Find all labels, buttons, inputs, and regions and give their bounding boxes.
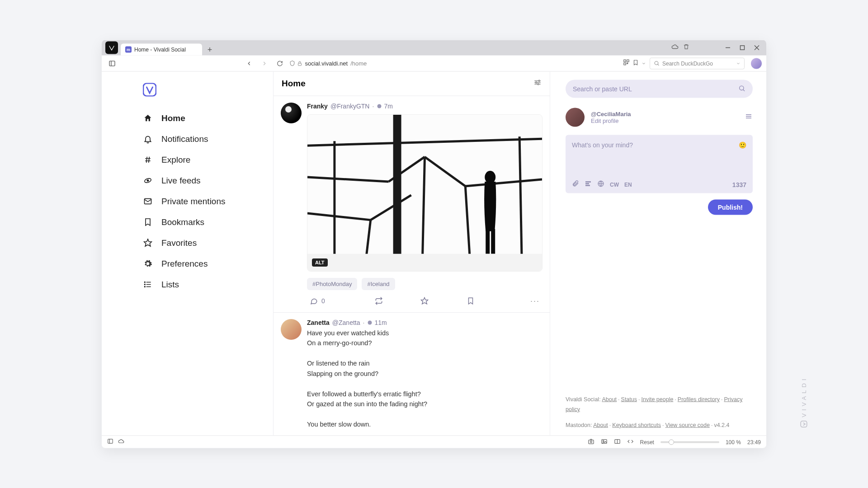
- sync-icon[interactable]: [671, 43, 679, 52]
- publish-button[interactable]: Publish!: [708, 200, 753, 215]
- compose-box[interactable]: What's on your mind? 🙂 CW EN 1337: [566, 135, 753, 193]
- footer-link[interactable]: Keyboard shortcuts: [612, 422, 661, 428]
- star-icon: [142, 239, 153, 248]
- nav-lists[interactable]: Lists: [142, 275, 273, 294]
- browser-profile-avatar[interactable]: [751, 58, 762, 69]
- svg-rect-4: [109, 61, 115, 66]
- vivaldi-menu-button[interactable]: [105, 42, 118, 54]
- capture-icon[interactable]: [588, 438, 594, 446]
- post-displayname[interactable]: Zanetta: [307, 319, 330, 326]
- more-button[interactable]: ···: [494, 296, 540, 305]
- nav-explore[interactable]: Explore: [142, 150, 273, 169]
- code-icon[interactable]: [627, 438, 634, 446]
- footer-link[interactable]: View source code: [665, 422, 710, 428]
- poll-icon[interactable]: [585, 180, 592, 189]
- panel-toggle-icon[interactable]: [106, 57, 118, 69]
- qr-icon[interactable]: [623, 59, 630, 68]
- post-time: 11m: [367, 319, 387, 326]
- user-avatar[interactable]: [566, 108, 585, 127]
- url-field[interactable]: social.vivaldi.net/home: [289, 60, 561, 67]
- boost-button[interactable]: [356, 297, 402, 305]
- nav-private-mentions[interactable]: Private mentions: [142, 192, 273, 211]
- svg-point-55: [740, 86, 744, 90]
- visibility-icon[interactable]: [597, 180, 604, 189]
- footer-link[interactable]: Invite people: [641, 396, 673, 403]
- footer-link[interactable]: About: [602, 396, 617, 403]
- right-sidebar: Search or paste URL @CeciliaMaria Edit p…: [550, 72, 766, 436]
- minimize-button[interactable]: [721, 42, 735, 54]
- content-warning-toggle[interactable]: CW: [610, 181, 619, 188]
- post-handle[interactable]: @Zanetta: [332, 319, 360, 326]
- search-placeholder: Search or paste URL: [573, 85, 632, 93]
- bookmark-icon: [142, 218, 153, 227]
- nav-home[interactable]: Home: [142, 109, 273, 128]
- post[interactable]: Zanetta @Zanetta · 11m Have you ever wat…: [274, 312, 550, 435]
- maximize-button[interactable]: [736, 42, 749, 54]
- nav-notifications[interactable]: Notifications: [142, 130, 273, 149]
- attach-icon[interactable]: [572, 180, 579, 189]
- reply-count: 0: [321, 297, 325, 305]
- chevron-down-icon[interactable]: [736, 61, 741, 66]
- post-text: Have you ever watched kids On a merry-go…: [307, 328, 542, 429]
- svg-rect-48: [393, 114, 401, 271]
- sync-icon[interactable]: [118, 438, 124, 446]
- bookmark-button[interactable]: [448, 297, 494, 305]
- lock-icon: [297, 61, 302, 66]
- trash-icon[interactable]: [683, 44, 689, 52]
- feed-settings-icon[interactable]: [533, 79, 542, 89]
- emoji-picker-icon[interactable]: 🙂: [739, 141, 746, 180]
- shield-icon: [289, 61, 295, 66]
- user-handle[interactable]: @CeciliaMaria: [591, 111, 631, 117]
- app-logo[interactable]: [142, 83, 157, 97]
- reload-button[interactable]: [274, 57, 286, 69]
- post-handle[interactable]: @FrankyGTN: [330, 102, 370, 109]
- svg-rect-9: [624, 63, 626, 65]
- social-search-input[interactable]: Search or paste URL: [566, 80, 753, 98]
- globe-icon: [142, 176, 153, 185]
- browser-tab[interactable]: m Home - Vivaldi Social: [121, 44, 202, 56]
- post-avatar[interactable]: [281, 102, 302, 123]
- zoom-slider[interactable]: [660, 441, 719, 443]
- post-displayname[interactable]: Franky: [307, 102, 328, 109]
- search-engine-field[interactable]: Search DuckDuckGo: [650, 57, 745, 69]
- alt-badge[interactable]: ALT: [312, 258, 328, 266]
- browser-window: m Home - Vivaldi Social + social.vivaldi…: [102, 40, 766, 448]
- svg-line-12: [658, 64, 659, 66]
- hashtag[interactable]: #PhotoMonday: [307, 277, 357, 290]
- nav-label: Bookmarks: [161, 217, 204, 227]
- svg-line-16: [146, 157, 147, 163]
- nav-preferences[interactable]: Preferences: [142, 254, 273, 273]
- chevron-down-icon[interactable]: [642, 59, 646, 67]
- feed-column: Home Franky @FrankyGTN · 7m: [274, 72, 550, 436]
- nav-bookmarks[interactable]: Bookmarks: [142, 213, 273, 232]
- nav-live-feeds[interactable]: Live feeds: [142, 171, 273, 190]
- zoom-reset[interactable]: Reset: [640, 439, 654, 445]
- hashtag[interactable]: #Iceland: [362, 277, 395, 290]
- image-icon[interactable]: [601, 438, 608, 446]
- close-button[interactable]: [750, 42, 764, 54]
- footer-link[interactable]: Profiles directory: [678, 396, 720, 403]
- footer-link[interactable]: About: [593, 422, 608, 428]
- post-avatar[interactable]: [281, 319, 302, 339]
- reply-button[interactable]: 0: [310, 297, 356, 305]
- post-image[interactable]: ALT: [307, 114, 542, 271]
- new-tab-button[interactable]: +: [204, 44, 216, 56]
- menu-icon[interactable]: [745, 113, 753, 122]
- globe-icon: [367, 319, 373, 325]
- nav-back-button[interactable]: [243, 57, 255, 69]
- edit-profile-link[interactable]: Edit profile: [591, 117, 631, 124]
- language-toggle[interactable]: EN: [624, 181, 632, 188]
- panel-icon[interactable]: [107, 438, 113, 446]
- svg-point-31: [538, 80, 540, 82]
- clock: 23:49: [747, 439, 761, 445]
- search-icon: [654, 61, 660, 66]
- tiling-icon[interactable]: [614, 438, 621, 446]
- nav-favorites[interactable]: Favorites: [142, 234, 273, 253]
- footer-link[interactable]: Status: [621, 396, 637, 403]
- nav-forward-button[interactable]: [259, 57, 270, 69]
- svg-point-11: [655, 61, 658, 65]
- favorite-button[interactable]: [402, 297, 448, 305]
- svg-rect-64: [108, 439, 113, 443]
- post[interactable]: Franky @FrankyGTN · 7m: [274, 96, 550, 312]
- bookmark-icon[interactable]: [632, 59, 639, 67]
